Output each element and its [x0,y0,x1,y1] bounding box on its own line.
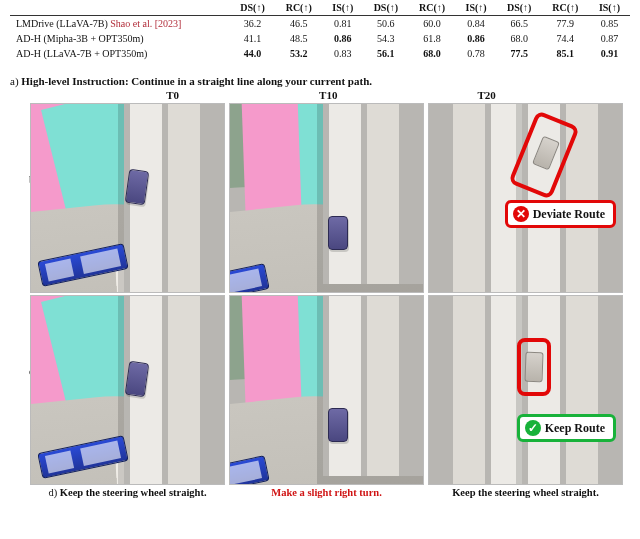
highlight-box-icon [517,338,551,396]
cell: 46.5 [275,16,322,32]
check-icon: ✓ [525,420,541,436]
col-is-1: IS(↑) [322,0,363,16]
row-name: AD-H (LLaVA-7B + OPT350m) [10,46,230,61]
cross-icon: ✕ [513,206,529,222]
cell: 0.86 [456,31,497,46]
col-ds-2: DS(↑) [363,0,408,16]
cell: 0.83 [322,46,363,61]
deviate-route-label: Deviate Route [533,207,605,222]
cell: 0.84 [456,16,497,32]
cell: 77.5 [497,46,542,61]
col-ds-1: DS(↑) [230,0,275,16]
panel-c-t0 [30,295,225,485]
cell: 56.1 [363,46,408,61]
cell: 85.1 [542,46,589,61]
panel-row-b: b) ✕ Deviate Route [30,103,632,293]
col-rc-1: RC(↑) [275,0,322,16]
cell: 74.4 [542,31,589,46]
deviate-route-badge: ✕ Deviate Route [505,200,616,228]
cell: 68.0 [408,46,455,61]
cell: 0.86 [322,31,363,46]
time-t10: T10 [319,89,337,101]
cell: 53.2 [275,46,322,61]
ego-car-icon [328,408,348,442]
cell: 54.3 [363,31,408,46]
instr-text: Continue in a straight line along your c… [131,75,372,87]
cell: 77.9 [542,16,589,32]
caption-row-d: d) Keep the steering wheel straight. Mak… [30,487,632,498]
results-table: DS(↑) RC(↑) IS(↑) DS(↑) RC(↑) IS(↑) DS(↑… [10,0,630,61]
time-t0: T0 [166,89,179,101]
cell: 50.6 [363,16,408,32]
table-row: AD-H (Mipha-3B + OPT350m)41.148.50.8654.… [10,31,630,46]
keep-route-label: Keep Route [545,421,605,436]
panel-c-t10 [229,295,424,485]
time-t20: T20 [477,89,495,101]
citation: Shao et al. [2023] [110,18,181,29]
col-is-3: IS(↑) [589,0,630,16]
cell: 48.5 [275,31,322,46]
instr-prefix: High-level Instruction: [21,75,128,87]
cell: 0.81 [322,16,363,32]
time-labels: T0 T10 T20 [30,89,632,101]
cell: 60.0 [408,16,455,32]
cell: 41.1 [230,31,275,46]
panel-b-t0 [30,103,225,293]
label-a: a) [10,75,19,87]
table-row: AD-H (LLaVA-7B + OPT350m)44.053.20.8356.… [10,46,630,61]
keep-route-badge: ✓ Keep Route [517,414,616,442]
table-header-row: DS(↑) RC(↑) IS(↑) DS(↑) RC(↑) IS(↑) DS(↑… [10,0,630,16]
col-is-2: IS(↑) [456,0,497,16]
cell: 61.8 [408,31,455,46]
cell: 44.0 [230,46,275,61]
ego-car-icon [328,216,348,250]
panel-b-t20: ✕ Deviate Route [428,103,623,293]
caption-t10: Make a slight right turn. [229,487,424,498]
instruction-line: a) High-level Instruction: Continue in a… [10,75,632,87]
caption-t20: Keep the steering wheel straight. [428,487,623,498]
cell: 0.85 [589,16,630,32]
label-d: d) [48,487,57,498]
panel-b-t10 [229,103,424,293]
cell: 0.78 [456,46,497,61]
panel-c-t20: ✓ Keep Route [428,295,623,485]
table-row: LMDrive (LLaVA-7B) Shao et al. [2023]36.… [10,16,630,32]
row-name: AD-H (Mipha-3B + OPT350m) [10,31,230,46]
cell: 68.0 [497,31,542,46]
figure: a) High-level Instruction: Continue in a… [0,69,640,498]
cell: 66.5 [497,16,542,32]
col-rc-2: RC(↑) [408,0,455,16]
panel-row-c: c) ✓ Keep Route [30,295,632,485]
caption-t0: Keep the steering wheel straight. [60,487,207,498]
cell: 36.2 [230,16,275,32]
cell: 0.87 [589,31,630,46]
col-rc-3: RC(↑) [542,0,589,16]
cell: 0.91 [589,46,630,61]
row-name: LMDrive (LLaVA-7B) Shao et al. [2023] [10,16,230,32]
col-ds-3: DS(↑) [497,0,542,16]
